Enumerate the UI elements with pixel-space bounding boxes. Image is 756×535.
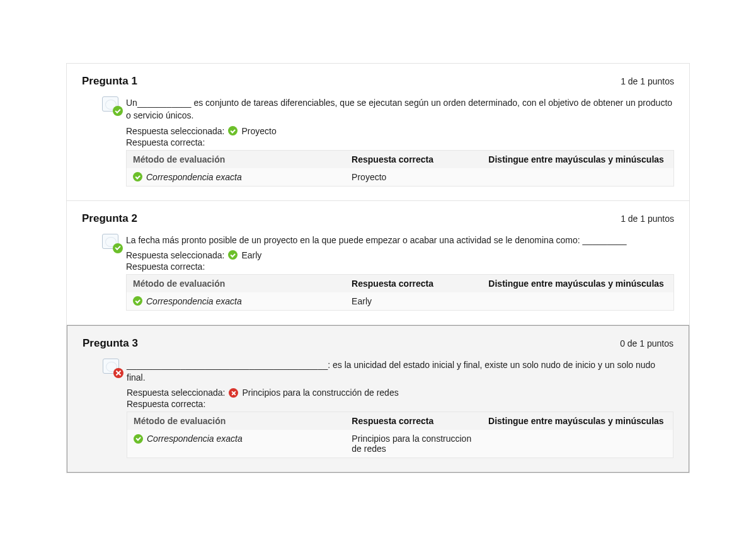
table-header-case: Distingue entre mayúsculas y minúsculas [482,412,673,430]
selected-answer-value: Proyecto [241,126,276,136]
selected-answer-value: Early [241,250,261,260]
question-status-icon [103,359,122,376]
correct-answer-label: Respuesta correcta: [126,137,205,147]
table-header-resp: Respuesta correcta [345,412,482,430]
cross-icon [229,388,238,398]
question-block: Pregunta 2 1 de 1 puntos La fecha más pr… [67,201,689,325]
check-icon [228,250,238,260]
question-header: Pregunta 1 1 de 1 puntos [82,75,674,88]
question-title: Pregunta 1 [82,75,137,88]
eval-answer-value: Early [345,292,482,311]
incorrect-badge-icon [113,368,123,378]
evaluation-table: Método de evaluación Respuesta correcta … [126,274,674,311]
table-row: Correspondencia exacta Proyecto [127,168,674,187]
eval-method-value: Correspondencia exacta [146,296,242,306]
question-header: Pregunta 3 0 de 1 puntos [83,337,673,350]
question-block: Pregunta 1 1 de 1 puntos Un___________ e… [67,64,689,201]
check-icon [228,126,238,135]
question-header: Pregunta 2 1 de 1 puntos [82,212,674,225]
question-title: Pregunta 3 [83,337,138,350]
question-points: 1 de 1 puntos [621,76,674,86]
question-body: Un___________ es conjunto de tareas dife… [102,96,674,187]
check-icon [133,172,142,181]
eval-answer-value: Proyecto [345,168,482,187]
question-points: 0 de 1 puntos [620,338,673,348]
table-row: Correspondencia exacta Principios para l… [127,430,673,458]
table-header-eval: Método de evaluación [127,150,346,168]
question-text: ________________________________________… [127,359,673,384]
table-header-eval: Método de evaluación [127,274,346,292]
question-title: Pregunta 2 [82,212,137,225]
question-body: La fecha más pronto posible de un proyec… [102,234,674,311]
selected-answer-label: Respuesta seleccionada: [126,126,224,136]
question-block: Pregunta 3 0 de 1 puntos _______________… [67,325,689,473]
selected-answer-label: Respuesta seleccionada: [126,250,224,260]
selected-answer-label: Respuesta seleccionada: [127,388,225,398]
correct-answer-label: Respuesta correcta: [126,262,205,272]
question-text: Un___________ es conjunto de tareas dife… [126,96,674,122]
quiz-review-container: Pregunta 1 1 de 1 puntos Un___________ e… [66,63,690,473]
table-header-eval: Método de evaluación [127,412,346,430]
eval-method-value: Correspondencia exacta [147,434,243,444]
eval-case-value [482,430,673,458]
correct-answer-label: Respuesta correcta: [127,399,205,409]
question-content: Un___________ es conjunto de tareas dife… [126,96,674,187]
selected-answer-line: Respuesta seleccionada: Principios para … [127,388,673,398]
question-text: La fecha más pronto posible de un proyec… [126,234,674,246]
question-status-icon [102,234,121,251]
correct-answer-label-line: Respuesta correcta: [126,137,674,147]
eval-answer-value: Principios para la construccion de redes [345,430,482,458]
evaluation-table: Método de evaluación Respuesta correcta … [127,411,673,458]
correct-badge-icon [113,243,123,253]
table-header-case: Distingue entre mayúsculas y minúsculas [482,150,673,168]
selected-answer-line: Respuesta seleccionada: Early [126,250,674,260]
table-header-resp: Respuesta correcta [345,274,482,292]
selected-answer-value: Principios para la construcción de redes [242,388,398,398]
eval-method-value: Correspondencia exacta [146,172,242,182]
table-row: Correspondencia exacta Early [127,292,674,311]
check-icon [134,434,143,444]
correct-answer-label-line: Respuesta correcta: [126,262,674,272]
correct-answer-label-line: Respuesta correcta: [127,399,673,409]
question-body: ________________________________________… [103,359,673,459]
table-header-case: Distingue entre mayúsculas y minúsculas [482,274,673,292]
eval-case-value [482,168,673,187]
evaluation-table: Método de evaluación Respuesta correcta … [126,150,674,187]
question-status-icon [102,96,121,114]
question-content: ________________________________________… [127,359,673,459]
table-header-resp: Respuesta correcta [345,150,482,168]
question-points: 1 de 1 puntos [621,214,674,224]
eval-case-value [482,292,673,311]
question-content: La fecha más pronto posible de un proyec… [126,234,674,311]
correct-badge-icon [113,106,123,116]
check-icon [133,296,142,306]
selected-answer-line: Respuesta seleccionada: Proyecto [126,126,674,136]
